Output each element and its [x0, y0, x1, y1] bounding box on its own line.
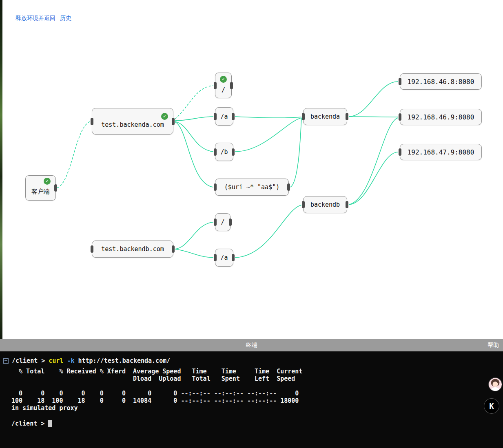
input-port	[214, 218, 217, 226]
node-location-regex[interactable]: ($uri ~* "aa$")	[215, 179, 289, 196]
node-label: 192.168.46.8:8080	[408, 78, 474, 86]
input-port	[302, 201, 305, 208]
graph-canvas: 释放环境并返回 历史 ✓ 客户端 ✓ test.backenda.com ✓	[0, 0, 503, 339]
node-server-47-9[interactable]: 192.168.47.9:8080	[400, 144, 482, 160]
input-port	[91, 245, 93, 253]
edge-hostA-locRegex	[175, 122, 213, 187]
terminal-titlebar: 终端 帮助	[0, 339, 503, 351]
node-upstream-backendb[interactable]: backendb	[303, 196, 347, 213]
output-port	[232, 148, 235, 156]
terminal-title: 终端	[0, 342, 503, 349]
edge-hostB-locRootB	[175, 222, 213, 249]
edge-backendb-server3	[349, 152, 398, 205]
kong-badge[interactable]: K	[484, 399, 499, 413]
edge-locAB-backendb	[235, 205, 301, 258]
output-port	[346, 113, 348, 120]
prompt-prefix: /client >	[11, 420, 44, 427]
node-label: /	[222, 86, 225, 94]
kong-badge-letter: K	[489, 402, 494, 410]
terminal-output: % Total % Received % Xferd Average Speed…	[11, 368, 503, 412]
edge-backendb-server2	[349, 118, 398, 205]
edge-hostB-locAB	[175, 249, 213, 258]
edge-client-hostA	[57, 121, 90, 188]
input-port	[399, 78, 401, 85]
output-port	[287, 183, 290, 191]
node-label: test.backenda.com	[101, 121, 164, 128]
output-port	[232, 254, 235, 261]
text-cursor	[48, 420, 52, 427]
node-server-46-9[interactable]: 192.168.46.9:8080	[400, 109, 482, 125]
node-label: ($uri ~* "aa$")	[224, 183, 279, 191]
command-name: curl	[49, 357, 63, 364]
node-upstream-backenda[interactable]: backenda	[303, 108, 347, 125]
edge-locRegex-backenda	[290, 118, 301, 187]
edge-locA-backenda	[235, 117, 301, 118]
node-location-root-a[interactable]: ✓ /	[215, 73, 232, 98]
user-avatar[interactable]	[489, 378, 502, 391]
input-port	[399, 148, 401, 156]
node-host-backendb[interactable]: test.backendb.com	[92, 241, 173, 258]
edge-locB-backenda	[235, 118, 301, 152]
edge-backenda-server1	[349, 82, 398, 117]
node-location-root-b[interactable]: /	[215, 213, 230, 231]
collapse-icon[interactable]	[3, 358, 9, 364]
help-menu[interactable]: 帮助	[487, 342, 503, 349]
output-port	[172, 245, 175, 253]
check-icon: ✓	[44, 178, 51, 185]
edge-hostA-locA	[175, 117, 213, 121]
node-label: /	[221, 218, 224, 226]
output-port	[346, 201, 348, 208]
prompt-prefix: /client >	[12, 357, 45, 364]
input-port	[214, 254, 217, 261]
terminal-command-line: /client > curl -k http://test.backenda.c…	[0, 357, 503, 364]
output-port	[229, 218, 232, 226]
edge-backenda-server2	[349, 117, 398, 117]
edge-hostA-locB	[175, 121, 213, 152]
command-arg: http://test.backenda.com/	[78, 357, 170, 364]
node-label: 客户端	[31, 188, 50, 196]
node-server-46-8[interactable]: 192.168.46.8:8080	[400, 73, 482, 90]
node-host-backenda[interactable]: ✓ test.backenda.com	[92, 108, 173, 135]
input-port	[399, 113, 401, 121]
node-label: 192.168.46.9:8080	[408, 113, 474, 121]
input-port	[214, 82, 217, 89]
input-port	[214, 183, 217, 191]
edge-layer	[0, 0, 503, 339]
node-label: backenda	[310, 113, 340, 120]
node-location-b[interactable]: /b	[215, 143, 233, 161]
node-label: backendb	[310, 201, 340, 208]
input-port	[302, 113, 305, 120]
node-label: /b	[220, 148, 228, 156]
node-label: /a	[220, 113, 228, 120]
check-icon: ✓	[161, 113, 168, 120]
output-port	[230, 82, 233, 89]
node-location-a[interactable]: /a	[215, 107, 233, 126]
output-port	[232, 113, 235, 120]
terminal-prompt-line[interactable]: /client >	[11, 420, 503, 427]
node-label: 192.168.47.9:8080	[408, 148, 474, 156]
edge-hostA-locRoot	[175, 86, 213, 119]
output-port	[172, 118, 175, 125]
node-label: test.backendb.com	[101, 245, 164, 253]
input-port	[91, 118, 93, 125]
input-port	[214, 113, 217, 120]
node-client[interactable]: ✓ 客户端	[25, 175, 56, 201]
command-flag: -k	[67, 357, 74, 364]
output-port	[54, 184, 57, 192]
node-location-a-b[interactable]: /a	[215, 249, 233, 267]
node-label: /a	[220, 254, 228, 261]
terminal-panel[interactable]: /client > curl -k http://test.backenda.c…	[0, 351, 503, 448]
input-port	[214, 148, 217, 156]
avatar-illustration	[489, 378, 502, 391]
check-icon: ✓	[220, 76, 227, 83]
